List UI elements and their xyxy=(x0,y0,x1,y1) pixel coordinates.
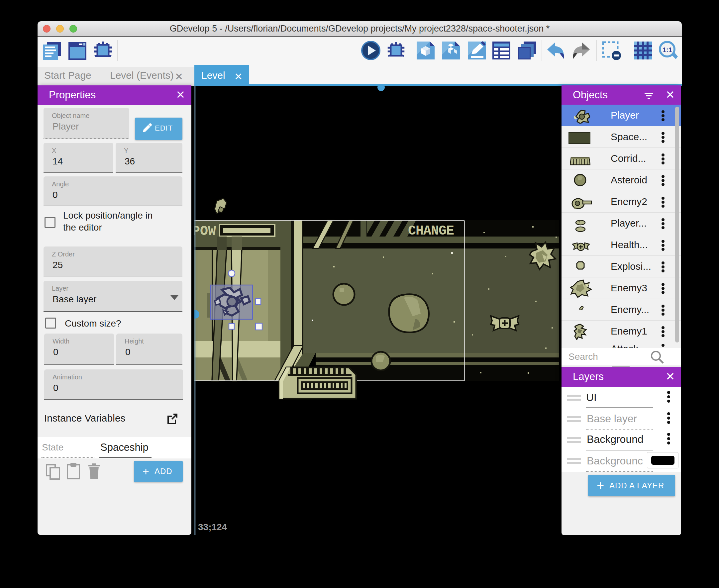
svg-text:33;124: 33;124 xyxy=(198,522,227,532)
svg-text:POW: POW xyxy=(194,224,216,239)
svg-text:CHANGE: CHANGE xyxy=(408,224,454,238)
svg-text:1:1: 1:1 xyxy=(662,46,672,54)
